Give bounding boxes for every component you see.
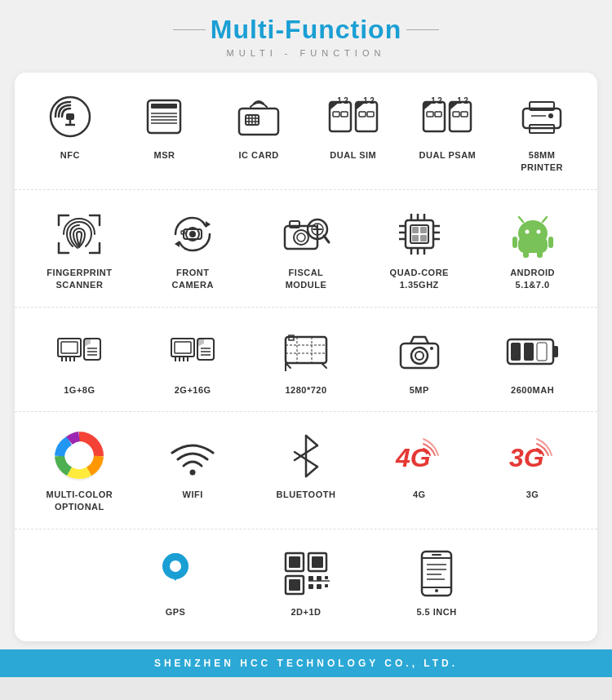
feature-row-5: GPS xyxy=(15,529,597,633)
svg-point-130 xyxy=(68,445,91,467)
feature-2g16g: 2G+16G xyxy=(152,326,233,397)
feature-4g: 4G 4G xyxy=(379,430,460,501)
front-camera-icon xyxy=(166,208,219,260)
3g-icon: 3G xyxy=(507,430,559,482)
svg-text:1: 1 xyxy=(363,96,368,105)
nfc-label: NFC xyxy=(60,149,80,162)
svg-rect-85 xyxy=(512,237,517,248)
page-title: Multi-Function xyxy=(211,15,401,45)
svg-point-121 xyxy=(411,348,428,364)
dual-psam-label: DUAL PSAM xyxy=(419,149,477,162)
svg-text:1: 1 xyxy=(432,96,437,105)
svg-marker-96 xyxy=(84,339,91,347)
feature-resolution: 1280*720 xyxy=(265,326,347,397)
feature-quad-core: QUAD-CORE1.35GHZ xyxy=(379,208,460,292)
2g16g-icon xyxy=(166,326,219,378)
feature-inch: 5.5 INCH xyxy=(396,547,477,618)
svg-point-45 xyxy=(548,113,553,118)
svg-text:2: 2 xyxy=(464,96,469,105)
svg-line-80 xyxy=(519,217,523,222)
inch-label: 5.5 INCH xyxy=(416,606,456,618)
svg-rect-105 xyxy=(175,342,191,353)
feature-android: ANDROID5.1&7.0 xyxy=(492,208,574,292)
svg-rect-19 xyxy=(333,112,339,117)
feature-ic-card: IC CARD xyxy=(218,91,299,162)
svg-rect-150 xyxy=(317,584,322,589)
svg-rect-151 xyxy=(325,576,328,579)
svg-rect-147 xyxy=(308,576,313,581)
msr-label: MSR xyxy=(154,149,175,162)
footer: SHENZHEN HCC TECHNOLOGY CO., LTD. xyxy=(0,649,612,677)
svg-marker-107 xyxy=(197,339,204,347)
svg-line-135 xyxy=(306,467,317,476)
svg-rect-78 xyxy=(420,235,427,241)
svg-point-157 xyxy=(435,589,438,592)
feature-wifi: WIFI xyxy=(152,430,233,501)
printer-icon xyxy=(516,91,568,143)
feature-bluetooth: BLUETOOTH xyxy=(265,430,347,501)
svg-rect-152 xyxy=(325,584,328,587)
svg-rect-38 xyxy=(461,112,468,117)
1g8g-icon xyxy=(53,326,105,378)
svg-point-123 xyxy=(430,347,433,350)
dual-sim-label: DUAL SIM xyxy=(330,149,376,162)
5mp-label: 5MP xyxy=(410,384,429,397)
4g-label: 4G xyxy=(413,489,426,501)
feature-row-4: MULTI-COLOROPTIONAL WIFI xyxy=(15,412,597,529)
svg-rect-126 xyxy=(511,343,521,361)
svg-rect-148 xyxy=(317,576,322,581)
feature-msr: MSR xyxy=(123,91,205,162)
gps-label: GPS xyxy=(166,606,186,618)
svg-rect-158 xyxy=(432,554,441,556)
5mp-icon xyxy=(393,326,446,378)
svg-text:2: 2 xyxy=(438,96,443,105)
svg-text:1: 1 xyxy=(337,96,342,105)
2d1d-label: 2D+1D xyxy=(290,606,321,618)
nfc-icon xyxy=(44,91,96,143)
svg-rect-31 xyxy=(427,112,433,117)
feature-1g8g: 1G+8G xyxy=(38,326,120,397)
gps-icon xyxy=(149,547,202,600)
1g8g-label: 1G+8G xyxy=(64,384,95,397)
3g-label: 3G xyxy=(526,489,539,501)
svg-point-49 xyxy=(189,231,196,237)
svg-text:3G: 3G xyxy=(509,443,544,472)
svg-rect-87 xyxy=(523,251,529,258)
svg-rect-76 xyxy=(420,227,427,233)
svg-rect-94 xyxy=(61,342,78,353)
feature-3g: 3G 3G xyxy=(492,430,574,501)
svg-rect-20 xyxy=(341,112,348,117)
svg-point-131 xyxy=(190,469,196,475)
feature-battery: 2600MAH xyxy=(492,326,574,397)
fingerprint-icon xyxy=(53,208,105,260)
bluetooth-label: BLUETOOTH xyxy=(277,489,336,501)
resolution-icon xyxy=(280,326,332,378)
svg-point-82 xyxy=(525,229,529,233)
svg-rect-75 xyxy=(412,227,419,233)
svg-point-54 xyxy=(294,230,308,245)
msr-icon xyxy=(138,91,190,143)
multicolor-icon xyxy=(53,430,105,482)
svg-rect-25 xyxy=(359,112,366,117)
android-label: ANDROID5.1&7.0 xyxy=(510,267,555,292)
inch-icon xyxy=(410,547,463,600)
svg-rect-37 xyxy=(453,112,459,117)
svg-point-122 xyxy=(415,352,424,360)
feature-fingerprint: FINGERPRINTSCANNER xyxy=(38,208,120,292)
front-camera-label: FRONTCAMERA xyxy=(172,267,214,292)
svg-rect-127 xyxy=(524,343,534,361)
feature-2d1d: 2D+1D xyxy=(265,547,347,618)
svg-rect-88 xyxy=(537,251,543,258)
svg-line-81 xyxy=(543,217,547,222)
svg-rect-149 xyxy=(308,584,313,589)
dual-psam-icon: 1 2 1 2 xyxy=(421,91,473,143)
svg-point-140 xyxy=(170,560,181,572)
svg-marker-46 xyxy=(206,221,211,228)
ic-card-label: IC CARD xyxy=(238,149,278,162)
svg-rect-77 xyxy=(412,235,419,241)
svg-text:4G: 4G xyxy=(395,443,431,472)
svg-text:2: 2 xyxy=(370,96,375,105)
feature-printer: 58MMPRINTER xyxy=(501,91,583,175)
svg-rect-144 xyxy=(312,556,323,568)
page-wrapper: Multi-Function MULTI - FUNCTION xyxy=(0,0,612,677)
